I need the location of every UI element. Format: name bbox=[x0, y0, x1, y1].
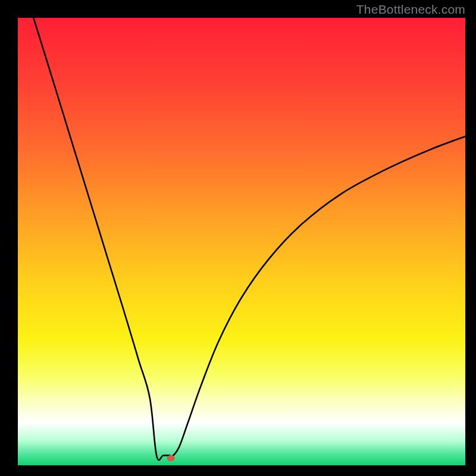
bottleneck-chart bbox=[0, 0, 476, 476]
plot-background bbox=[18, 18, 465, 465]
chart-frame: TheBottleneck.com bbox=[0, 0, 476, 476]
optimal-point-marker bbox=[167, 455, 175, 461]
watermark-text: TheBottleneck.com bbox=[356, 2, 465, 17]
